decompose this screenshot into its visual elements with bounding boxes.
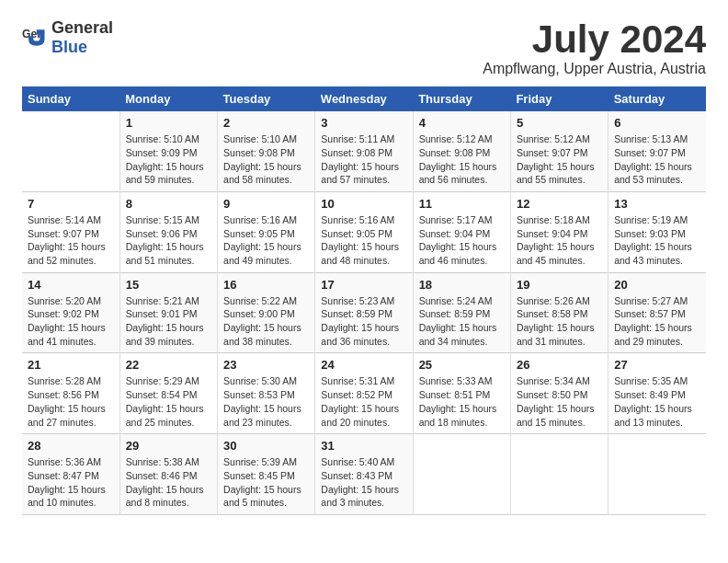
day-number: 25 xyxy=(419,358,505,372)
calendar-cell xyxy=(609,434,706,515)
calendar-cell: 3Sunrise: 5:11 AMSunset: 9:08 PMDaylight… xyxy=(315,111,413,191)
day-number: 16 xyxy=(223,278,309,292)
day-info: Sunrise: 5:36 AMSunset: 8:47 PMDaylight:… xyxy=(28,455,114,510)
weekday-header: Friday xyxy=(510,86,608,111)
calendar-cell: 29Sunrise: 5:38 AMSunset: 8:46 PMDayligh… xyxy=(119,434,217,515)
weekday-header: Tuesday xyxy=(218,86,315,111)
calendar-cell: 25Sunrise: 5:33 AMSunset: 8:51 PMDayligh… xyxy=(413,353,510,434)
title-area: July 2024 Ampflwang, Upper Austria, Aust… xyxy=(483,18,706,77)
calendar-week-row: 1Sunrise: 5:10 AMSunset: 9:09 PMDaylight… xyxy=(22,111,706,191)
day-number: 12 xyxy=(517,197,602,211)
day-info: Sunrise: 5:35 AMSunset: 8:49 PMDaylight:… xyxy=(614,374,700,429)
calendar-cell: 27Sunrise: 5:35 AMSunset: 8:49 PMDayligh… xyxy=(609,353,706,434)
day-info: Sunrise: 5:33 AMSunset: 8:51 PMDaylight:… xyxy=(419,374,505,429)
day-number: 23 xyxy=(223,358,309,372)
day-info: Sunrise: 5:10 AMSunset: 9:09 PMDaylight:… xyxy=(126,132,211,187)
day-number: 4 xyxy=(419,116,505,130)
day-number: 10 xyxy=(321,197,406,211)
day-info: Sunrise: 5:23 AMSunset: 8:59 PMDaylight:… xyxy=(321,294,406,349)
day-number: 13 xyxy=(614,197,700,211)
day-info: Sunrise: 5:26 AMSunset: 8:58 PMDaylight:… xyxy=(517,294,602,349)
calendar-cell: 14Sunrise: 5:20 AMSunset: 9:02 PMDayligh… xyxy=(22,272,119,353)
calendar-week-row: 28Sunrise: 5:36 AMSunset: 8:47 PMDayligh… xyxy=(22,434,706,515)
calendar-cell: 10Sunrise: 5:16 AMSunset: 9:05 PMDayligh… xyxy=(315,191,413,272)
day-info: Sunrise: 5:31 AMSunset: 8:52 PMDaylight:… xyxy=(321,374,406,429)
day-number: 24 xyxy=(321,358,406,372)
day-info: Sunrise: 5:27 AMSunset: 8:57 PMDaylight:… xyxy=(614,294,700,349)
calendar-cell: 20Sunrise: 5:27 AMSunset: 8:57 PMDayligh… xyxy=(609,272,706,353)
calendar-cell: 13Sunrise: 5:19 AMSunset: 9:03 PMDayligh… xyxy=(609,191,706,272)
calendar-cell: 19Sunrise: 5:26 AMSunset: 8:58 PMDayligh… xyxy=(510,272,608,353)
day-number: 22 xyxy=(126,358,211,372)
calendar-cell xyxy=(413,434,510,515)
calendar-cell: 15Sunrise: 5:21 AMSunset: 9:01 PMDayligh… xyxy=(119,272,217,353)
day-info: Sunrise: 5:40 AMSunset: 8:43 PMDaylight:… xyxy=(321,455,406,510)
day-info: Sunrise: 5:10 AMSunset: 9:08 PMDaylight:… xyxy=(223,132,309,187)
day-number: 27 xyxy=(614,358,700,372)
day-number: 9 xyxy=(223,197,309,211)
weekday-header: Sunday xyxy=(22,86,119,111)
calendar-cell: 26Sunrise: 5:34 AMSunset: 8:50 PMDayligh… xyxy=(510,353,608,434)
day-info: Sunrise: 5:16 AMSunset: 9:05 PMDaylight:… xyxy=(321,213,406,268)
day-number: 18 xyxy=(419,278,505,292)
weekday-header: Wednesday xyxy=(315,86,413,111)
day-number: 26 xyxy=(517,358,602,372)
day-number: 11 xyxy=(419,197,505,211)
day-number: 17 xyxy=(321,278,406,292)
calendar-cell: 17Sunrise: 5:23 AMSunset: 8:59 PMDayligh… xyxy=(315,272,413,353)
day-info: Sunrise: 5:24 AMSunset: 8:59 PMDaylight:… xyxy=(419,294,505,349)
day-info: Sunrise: 5:34 AMSunset: 8:50 PMDaylight:… xyxy=(517,374,602,429)
calendar-cell: 2Sunrise: 5:10 AMSunset: 9:08 PMDaylight… xyxy=(218,111,315,191)
calendar-cell: 9Sunrise: 5:16 AMSunset: 9:05 PMDaylight… xyxy=(218,191,315,272)
logo-general: General xyxy=(51,18,113,37)
calendar-cell: 1Sunrise: 5:10 AMSunset: 9:09 PMDaylight… xyxy=(119,111,217,191)
day-number: 5 xyxy=(517,116,602,130)
logo-text: General Blue xyxy=(51,18,113,57)
calendar-week-row: 7Sunrise: 5:14 AMSunset: 9:07 PMDaylight… xyxy=(22,191,706,272)
calendar-week-row: 21Sunrise: 5:28 AMSunset: 8:56 PMDayligh… xyxy=(22,353,706,434)
day-number: 30 xyxy=(223,439,309,453)
day-info: Sunrise: 5:29 AMSunset: 8:54 PMDaylight:… xyxy=(126,374,211,429)
calendar-cell xyxy=(22,111,119,191)
day-info: Sunrise: 5:18 AMSunset: 9:04 PMDaylight:… xyxy=(517,213,602,268)
day-info: Sunrise: 5:38 AMSunset: 8:46 PMDaylight:… xyxy=(126,455,211,510)
calendar-cell: 4Sunrise: 5:12 AMSunset: 9:08 PMDaylight… xyxy=(413,111,510,191)
day-info: Sunrise: 5:15 AMSunset: 9:06 PMDaylight:… xyxy=(126,213,211,268)
day-info: Sunrise: 5:13 AMSunset: 9:07 PMDaylight:… xyxy=(614,132,700,187)
day-info: Sunrise: 5:14 AMSunset: 9:07 PMDaylight:… xyxy=(28,213,114,268)
calendar-cell: 21Sunrise: 5:28 AMSunset: 8:56 PMDayligh… xyxy=(22,353,119,434)
weekday-header: Monday xyxy=(119,86,217,111)
calendar-cell: 11Sunrise: 5:17 AMSunset: 9:04 PMDayligh… xyxy=(413,191,510,272)
calendar-cell xyxy=(510,434,608,515)
calendar-week-row: 14Sunrise: 5:20 AMSunset: 9:02 PMDayligh… xyxy=(22,272,706,353)
calendar-cell: 18Sunrise: 5:24 AMSunset: 8:59 PMDayligh… xyxy=(413,272,510,353)
calendar-cell: 6Sunrise: 5:13 AMSunset: 9:07 PMDaylight… xyxy=(609,111,706,191)
day-number: 19 xyxy=(517,278,602,292)
day-info: Sunrise: 5:39 AMSunset: 8:45 PMDaylight:… xyxy=(223,455,309,510)
day-info: Sunrise: 5:12 AMSunset: 9:07 PMDaylight:… xyxy=(517,132,602,187)
day-number: 20 xyxy=(614,278,700,292)
calendar-cell: 5Sunrise: 5:12 AMSunset: 9:07 PMDaylight… xyxy=(510,111,608,191)
day-number: 2 xyxy=(223,116,309,130)
day-number: 3 xyxy=(321,116,406,130)
day-info: Sunrise: 5:20 AMSunset: 9:02 PMDaylight:… xyxy=(28,294,114,349)
calendar-subtitle: Ampflwang, Upper Austria, Austria xyxy=(483,61,706,77)
calendar-cell: 30Sunrise: 5:39 AMSunset: 8:45 PMDayligh… xyxy=(218,434,315,515)
day-number: 29 xyxy=(126,439,211,453)
day-number: 1 xyxy=(126,116,211,130)
day-info: Sunrise: 5:21 AMSunset: 9:01 PMDaylight:… xyxy=(126,294,211,349)
day-number: 8 xyxy=(126,197,211,211)
day-info: Sunrise: 5:30 AMSunset: 8:53 PMDaylight:… xyxy=(223,374,309,429)
calendar-cell: 28Sunrise: 5:36 AMSunset: 8:47 PMDayligh… xyxy=(22,434,119,515)
day-number: 21 xyxy=(28,358,114,372)
calendar-cell: 22Sunrise: 5:29 AMSunset: 8:54 PMDayligh… xyxy=(119,353,217,434)
calendar-cell: 8Sunrise: 5:15 AMSunset: 9:06 PMDaylight… xyxy=(119,191,217,272)
day-info: Sunrise: 5:12 AMSunset: 9:08 PMDaylight:… xyxy=(419,132,505,187)
day-number: 6 xyxy=(614,116,700,130)
weekday-header-row: SundayMondayTuesdayWednesdayThursdayFrid… xyxy=(22,86,706,111)
calendar-cell: 16Sunrise: 5:22 AMSunset: 9:00 PMDayligh… xyxy=(218,272,315,353)
day-info: Sunrise: 5:17 AMSunset: 9:04 PMDaylight:… xyxy=(419,213,505,268)
day-number: 15 xyxy=(126,278,211,292)
calendar-cell: 31Sunrise: 5:40 AMSunset: 8:43 PMDayligh… xyxy=(315,434,413,515)
calendar-cell: 23Sunrise: 5:30 AMSunset: 8:53 PMDayligh… xyxy=(218,353,315,434)
